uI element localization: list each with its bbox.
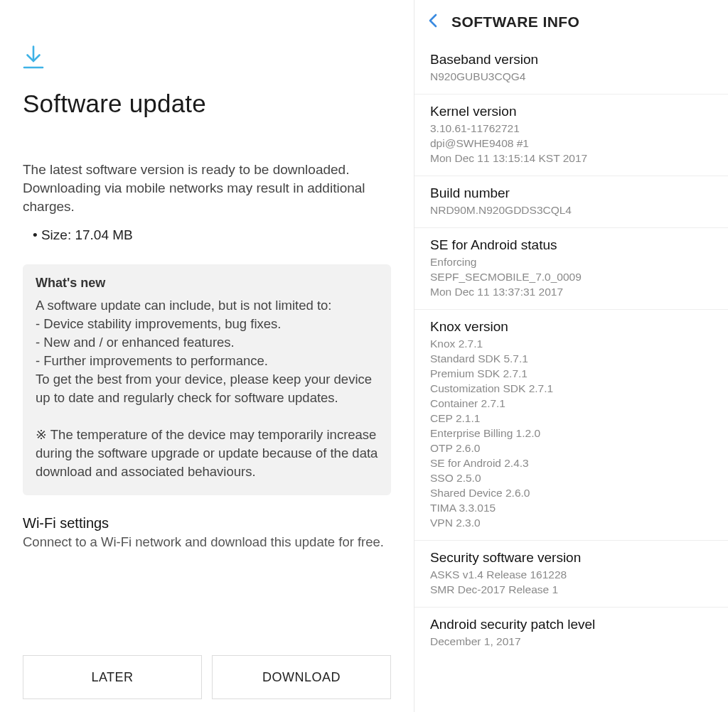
info-item[interactable]: SE for Android statusEnforcing SEPF_SECM… (414, 228, 728, 310)
download-button[interactable]: DOWNLOAD (212, 655, 391, 699)
info-item-sub: ASKS v1.4 Release 161228 SMR Dec-2017 Re… (430, 567, 712, 597)
info-item-title: Android security patch level (430, 617, 712, 632)
button-row: LATER DOWNLOAD (23, 649, 391, 699)
software-info-title: SOFTWARE INFO (451, 14, 579, 31)
info-item-sub: N920GUBU3CQG4 (430, 69, 712, 84)
info-item[interactable]: Security software versionASKS v1.4 Relea… (414, 541, 728, 608)
info-item-sub: Enforcing SEPF_SECMOBILE_7.0_0009 Mon De… (430, 254, 712, 299)
software-info-header: SOFTWARE INFO (414, 0, 728, 43)
page-title: Software update (23, 90, 391, 118)
download-icon (23, 45, 391, 72)
software-info-list: Baseband versionN920GUBU3CQG4Kernel vers… (414, 43, 728, 659)
wifi-settings-sub: Connect to a Wi-Fi network and download … (23, 533, 391, 551)
software-update-panel: Software update The latest software vers… (0, 0, 414, 712)
info-item-title: SE for Android status (430, 237, 712, 253)
info-item[interactable]: Baseband versionN920GUBU3CQG4 (414, 43, 728, 95)
info-item[interactable]: Kernel version3.10.61-11762721 dpi@SWHE9… (414, 95, 728, 176)
info-item-sub: 3.10.61-11762721 dpi@SWHE9408 #1 Mon Dec… (430, 121, 712, 166)
wifi-settings-title: Wi-Fi settings (23, 515, 391, 532)
whats-new-box: What's new A software update can include… (23, 264, 391, 495)
info-item-title: Kernel version (430, 104, 712, 119)
update-size: • Size: 17.04 MB (33, 226, 391, 244)
back-icon[interactable] (426, 13, 441, 31)
info-item-title: Security software version (430, 550, 712, 566)
info-item-sub: NRD90M.N920GDDS3CQL4 (430, 203, 712, 217)
size-prefix: • Size: (33, 227, 75, 242)
whats-new-title: What's new (36, 276, 378, 291)
info-item[interactable]: Android security patch levelDecember 1, … (414, 608, 728, 659)
info-item[interactable]: Knox versionKnox 2.7.1 Standard SDK 5.7.… (414, 310, 728, 541)
whats-new-body: A software update can include, but is no… (36, 296, 378, 481)
info-item-title: Knox version (430, 319, 712, 335)
info-item-sub: December 1, 2017 (430, 634, 712, 649)
size-value: 17.04 MB (75, 227, 132, 242)
info-item[interactable]: Build numberNRD90M.N920GDDS3CQL4 (414, 176, 728, 228)
wifi-settings-section[interactable]: Wi-Fi settings Connect to a Wi-Fi networ… (23, 515, 391, 551)
info-item-title: Build number (430, 185, 712, 201)
software-info-panel: SOFTWARE INFO Baseband versionN920GUBU3C… (414, 0, 728, 712)
later-button[interactable]: LATER (23, 655, 202, 699)
info-item-title: Baseband version (430, 52, 712, 68)
info-item-sub: Knox 2.7.1 Standard SDK 5.7.1 Premium SD… (430, 336, 712, 530)
update-intro-text: The latest software version is ready to … (23, 161, 391, 216)
